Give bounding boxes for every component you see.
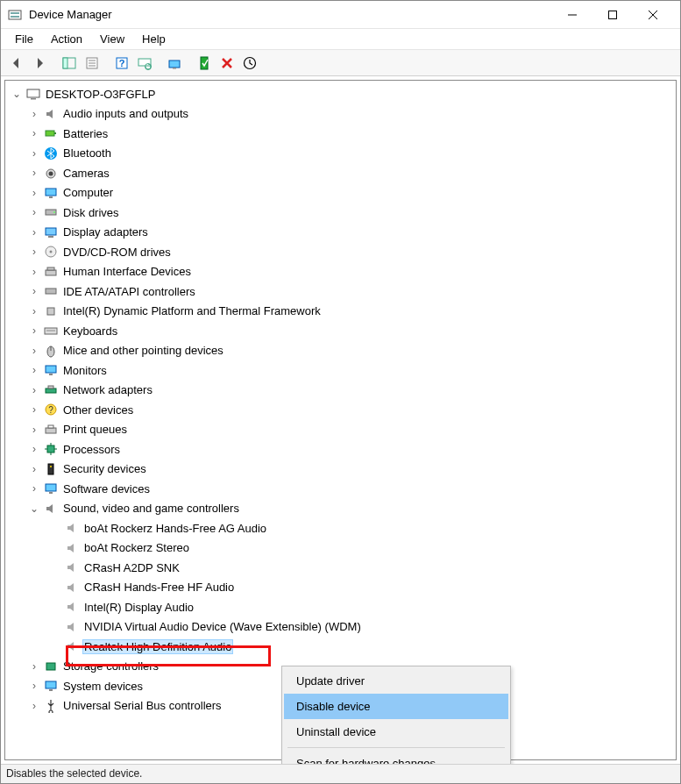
- monitor-icon: [43, 363, 59, 377]
- category-network[interactable]: ›Network adapters: [5, 381, 676, 401]
- usb-icon: [43, 699, 59, 713]
- category-cameras[interactable]: ›Cameras: [5, 163, 676, 183]
- minimize-button[interactable]: [552, 1, 592, 29]
- svg-rect-32: [46, 228, 56, 235]
- svg-rect-28: [46, 189, 56, 196]
- menu-view[interactable]: View: [93, 31, 131, 47]
- chevron-right-icon[interactable]: ›: [28, 108, 40, 120]
- show-hide-tree-button[interactable]: [59, 53, 80, 74]
- chevron-right-icon[interactable]: ›: [28, 403, 40, 416]
- chevron-right-icon[interactable]: ›: [28, 700, 40, 712]
- device-realtek[interactable]: Realtek High Definition Audio: [5, 637, 676, 657]
- chevron-right-icon[interactable]: ›: [28, 384, 40, 396]
- chevron-right-icon[interactable]: ›: [28, 147, 40, 160]
- chevron-right-icon[interactable]: ›: [28, 424, 40, 436]
- device-intel-display-audio[interactable]: Intel(R) Display Audio: [5, 597, 676, 617]
- category-print[interactable]: ›Print queues: [5, 420, 676, 440]
- device-tree[interactable]: ⌄ DESKTOP-O3FGFLP ›Audio inputs and outp…: [4, 80, 677, 760]
- svg-rect-36: [46, 270, 56, 275]
- device-crash-hf[interactable]: CRasH Hands-Free HF Audio: [5, 578, 676, 598]
- category-computer[interactable]: ›Computer: [5, 183, 676, 203]
- back-button[interactable]: [6, 53, 27, 74]
- ctx-update-driver[interactable]: Update driver: [284, 668, 508, 694]
- svg-point-35: [50, 251, 53, 253]
- menu-help[interactable]: Help: [135, 31, 173, 47]
- chevron-right-icon[interactable]: ›: [28, 206, 40, 218]
- svg-text:?: ?: [119, 58, 125, 68]
- close-button[interactable]: [633, 1, 673, 29]
- chevron-right-icon[interactable]: ›: [28, 443, 40, 455]
- speaker-icon: [64, 639, 80, 653]
- category-bluetooth[interactable]: ›Bluetooth: [5, 144, 676, 164]
- svg-rect-50: [46, 428, 56, 433]
- category-intel-dptf[interactable]: ›Intel(R) Dynamic Platform and Thermal F…: [5, 302, 676, 322]
- category-label: IDE ATA/ATAPI controllers: [61, 284, 197, 299]
- ctx-uninstall-device[interactable]: Uninstall device: [284, 719, 508, 745]
- menu-file[interactable]: File: [8, 31, 40, 47]
- chevron-right-icon[interactable]: ›: [28, 246, 40, 258]
- disable-device-button[interactable]: [239, 53, 260, 74]
- category-mice[interactable]: ›Mice and other pointing devices: [5, 341, 676, 361]
- category-security[interactable]: ›Security devices: [5, 460, 676, 480]
- properties-button[interactable]: [82, 53, 103, 74]
- chevron-right-icon[interactable]: ›: [28, 305, 40, 317]
- chevron-right-icon[interactable]: ›: [28, 463, 40, 475]
- chevron-down-icon[interactable]: ⌄: [11, 88, 23, 100]
- chevron-right-icon[interactable]: ›: [28, 680, 40, 692]
- maximize-button[interactable]: [592, 1, 633, 29]
- chevron-right-icon[interactable]: ›: [28, 167, 40, 179]
- help-button[interactable]: ?: [111, 53, 132, 74]
- category-sound[interactable]: ⌄Sound, video and game controllers: [5, 499, 676, 519]
- chevron-right-icon[interactable]: ›: [28, 345, 40, 357]
- scan-hardware-button[interactable]: [134, 53, 155, 74]
- tree-root[interactable]: ⌄ DESKTOP-O3FGFLP: [5, 84, 676, 104]
- category-disk[interactable]: ›Disk drives: [5, 203, 676, 223]
- category-keyboards[interactable]: ›Keyboards: [5, 321, 676, 341]
- chevron-right-icon[interactable]: ›: [28, 364, 40, 376]
- chevron-right-icon[interactable]: ›: [28, 285, 40, 297]
- update-driver-button[interactable]: [164, 53, 185, 74]
- category-label: Audio inputs and outputs: [61, 106, 190, 121]
- svg-point-31: [53, 211, 55, 213]
- category-software[interactable]: ›Software devices: [5, 479, 676, 499]
- category-other[interactable]: ›?Other devices: [5, 400, 676, 420]
- device-crash-a2dp[interactable]: CRasH A2DP SNK: [5, 558, 676, 578]
- enable-device-button[interactable]: [194, 53, 215, 74]
- category-ide[interactable]: ›IDE ATA/ATAPI controllers: [5, 282, 676, 302]
- svg-rect-45: [49, 374, 53, 375]
- category-display[interactable]: ›Display adapters: [5, 223, 676, 243]
- device-nvidia-vad[interactable]: NVIDIA Virtual Audio Device (Wave Extens…: [5, 617, 676, 638]
- chevron-right-icon[interactable]: ›: [28, 266, 40, 278]
- category-batteries[interactable]: ›Batteries: [5, 124, 676, 144]
- category-monitors[interactable]: ›Monitors: [5, 360, 676, 381]
- svg-rect-52: [47, 445, 54, 453]
- menu-action[interactable]: Action: [44, 31, 89, 47]
- device-boat-ag[interactable]: boAt Rockerz Hands-Free AG Audio: [5, 518, 676, 538]
- chevron-right-icon[interactable]: ›: [28, 482, 40, 495]
- chevron-right-icon[interactable]: ›: [28, 226, 40, 239]
- device-label: CRasH Hands-Free HF Audio: [82, 580, 236, 595]
- svg-rect-24: [54, 132, 56, 134]
- category-dvd[interactable]: ›DVD/CD-ROM drives: [5, 242, 676, 262]
- forward-button[interactable]: [29, 53, 50, 74]
- display-adapter-icon: [43, 225, 59, 239]
- category-label: Bluetooth: [61, 146, 113, 160]
- chevron-right-icon[interactable]: ›: [28, 324, 40, 337]
- category-processors[interactable]: ›Processors: [5, 439, 676, 460]
- chevron-right-icon[interactable]: ›: [28, 187, 40, 199]
- device-label: NVIDIA Virtual Audio Device (Wave Extens…: [82, 619, 363, 634]
- svg-rect-17: [169, 61, 180, 68]
- ctx-disable-device[interactable]: Disable device: [284, 694, 508, 719]
- computer-icon: [25, 87, 41, 101]
- category-hid[interactable]: ›Human Interface Devices: [5, 262, 676, 282]
- category-audio-io[interactable]: ›Audio inputs and outputs: [5, 104, 676, 125]
- chevron-right-icon[interactable]: ›: [28, 660, 40, 673]
- chevron-right-icon[interactable]: ›: [28, 127, 40, 139]
- chevron-down-icon[interactable]: ⌄: [28, 502, 40, 515]
- device-boat-stereo[interactable]: boAt Rockerz Stereo: [5, 538, 676, 559]
- tree-root-label: DESKTOP-O3FGFLP: [44, 87, 157, 102]
- network-icon: [43, 383, 59, 397]
- svg-rect-62: [46, 681, 56, 688]
- uninstall-device-button[interactable]: [216, 53, 238, 74]
- security-icon: [43, 462, 59, 476]
